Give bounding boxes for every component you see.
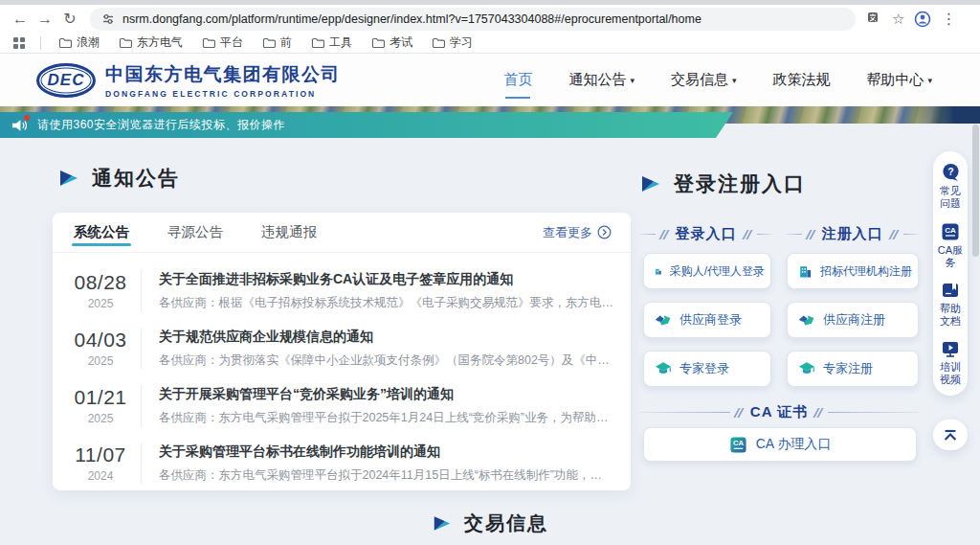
slash-decoration: [807, 230, 815, 239]
list-item[interactable]: 01/21 2025 关于开展采购管理平台“竞价采购业务”培训的通知 各供应商：…: [60, 377, 613, 435]
bookmark-folder[interactable]: 浪潮: [51, 33, 107, 53]
notice-date: 04/03 2025: [60, 329, 141, 368]
notice-title[interactable]: 关于采购管理平台标书在线制作功能培训的通知: [159, 443, 613, 461]
trade-info-section-header: 交易信息: [0, 511, 980, 536]
notice-title[interactable]: 关于规范供应商企业规模信息的通知: [159, 329, 613, 346]
address-bar[interactable]: nsrm.dongfang.com/platform/runtime/epp/d…: [90, 8, 856, 31]
notice-title[interactable]: 关于全面推进非招标采购业务CA认证及电子签章应用的通知: [159, 271, 613, 288]
dec-logo-icon: DEC: [36, 63, 96, 98]
bookmark-folder[interactable]: 考试: [364, 33, 420, 53]
scholar-cap-icon: [655, 361, 672, 376]
tab-violation-reports[interactable]: 违规通报: [259, 213, 319, 252]
notice-summary: 各供应商：东方电气采购管理平台拟于2025年1月24日上线“竞价采购”业务，为帮…: [159, 410, 613, 426]
supplier-login-button[interactable]: 供应商登录: [643, 302, 771, 338]
section-arrow-icon: [432, 514, 453, 533]
site-settings-icon[interactable]: [101, 12, 115, 26]
view-more-link[interactable]: 查看更多: [543, 224, 612, 241]
folder-icon: [432, 37, 445, 49]
divider: [40, 36, 41, 50]
section-title: 登录注册入口: [674, 170, 806, 197]
slash-decoration: [744, 230, 752, 239]
browser-notice-banner: 请使用360安全浏览器进行后续投标、报价操作: [0, 112, 733, 138]
expert-login-button[interactable]: 专家登录: [643, 351, 771, 387]
bookmark-label: 东方电气: [137, 34, 183, 51]
bookmark-label: 考试: [390, 34, 412, 51]
nav-home[interactable]: 首页: [503, 65, 532, 95]
building-icon: [798, 263, 813, 280]
login-group-header: 登录入口: [639, 225, 772, 243]
browser-toolbar: ← → ↻ nsrm.dongfang.com/platform/runtime…: [0, 5, 980, 33]
nav-policies[interactable]: 政策法规: [772, 65, 830, 95]
folder-icon: [58, 37, 72, 49]
main-nav: 首页 通知公告▾ 交易信息▾ 政策法规 帮助中心▾: [503, 54, 932, 106]
bookmark-folder[interactable]: 工具: [303, 33, 360, 53]
list-item[interactable]: 11/07 2024 关于采购管理平台标书在线制作功能培训的通知 各供应商：东方…: [60, 435, 613, 492]
tab-sourcing-notices[interactable]: 寻源公告: [166, 213, 225, 252]
slash-decoration: [660, 230, 669, 239]
slash-decoration: [735, 408, 744, 418]
ca-badge-icon: CA: [941, 222, 960, 241]
slash-decoration: [814, 408, 823, 418]
back-to-top-button[interactable]: [933, 420, 968, 450]
folder-icon: [311, 37, 324, 49]
bookmark-label: 前: [280, 34, 292, 51]
section-arrow-icon: [639, 174, 662, 193]
nav-trade-info[interactable]: 交易信息▾: [671, 65, 737, 95]
slash-decoration: [890, 230, 899, 239]
bookmark-star-icon[interactable]: ☆: [892, 11, 904, 28]
refresh-button[interactable]: ↻: [57, 10, 82, 28]
apps-grid-icon[interactable]: [13, 37, 25, 49]
notice-banner-text: 请使用360安全浏览器进行后续投标、报价操作: [37, 117, 285, 133]
help-docs-shortcut[interactable]: 帮助文档: [936, 282, 965, 328]
bookmark-folder[interactable]: 学习: [424, 33, 480, 53]
quick-sidebar: ? 常见问题 CA CA服务 帮助文档 培训视频: [933, 151, 968, 396]
section-arrow-icon: [57, 169, 80, 188]
ca-group-header: CA 证书: [639, 403, 919, 421]
alert-dot: [24, 115, 30, 121]
video-play-icon: [941, 340, 960, 358]
supplier-register-button[interactable]: 供应商注册: [787, 302, 919, 338]
expert-register-button[interactable]: 专家注册: [787, 351, 919, 387]
login-register-section: 登录注册入口 登录入口 注册入口 采购人/代理人登录: [639, 170, 919, 197]
site-header: DEC 中国东方电气集团有限公司 DONGFANG ELECTRIC CORPO…: [0, 54, 980, 106]
bookmark-folder[interactable]: 平台: [194, 33, 251, 53]
svg-text:CA: CA: [733, 439, 744, 447]
back-button[interactable]: ←: [8, 11, 33, 28]
nav-help-center[interactable]: 帮助中心▾: [866, 65, 932, 95]
bidding-agency-register-button[interactable]: 招标代理机构注册: [787, 253, 919, 289]
bookmark-folder[interactable]: 东方电气: [111, 33, 190, 53]
login-section-header: 登录注册入口: [639, 170, 919, 197]
buyer-agent-login-button[interactable]: 采购人/代理人登录: [643, 253, 771, 289]
notice-date: 08/28 2025: [60, 271, 141, 310]
company-name-cn: 中国东方电气集团有限公司: [105, 62, 341, 87]
list-item[interactable]: 04/03 2025 关于规范供应商企业规模信息的通知 各供应商：为贯彻落实《保…: [60, 320, 613, 377]
company-name-en: DONGFANG ELECTRIC CORPORATION: [105, 89, 341, 99]
ca-badge-icon: CA: [729, 436, 747, 454]
menu-dots-icon[interactable]: ⋮: [941, 10, 956, 28]
login-buttons-grid: 采购人/代理人登录 招标代理机构注册 供应商登录 供应商注册: [643, 253, 919, 387]
faq-shortcut[interactable]: ? 常见问题: [936, 163, 965, 210]
folder-icon: [262, 37, 276, 49]
list-item[interactable]: 08/28 2025 关于全面推进非招标采购业务CA认证及电子签章应用的通知 各…: [60, 262, 613, 320]
chevron-down-icon: ▾: [732, 76, 737, 85]
translate-icon[interactable]: [867, 11, 882, 27]
folder-icon: [371, 37, 385, 49]
help-document-icon: [941, 282, 960, 300]
page-scrollbar[interactable]: [972, 125, 979, 257]
bookmark-label: 平台: [220, 34, 243, 51]
bookmark-folder[interactable]: 前: [255, 33, 300, 53]
notice-date: 01/21 2025: [60, 386, 141, 425]
profile-icon[interactable]: [914, 11, 931, 28]
company-logo[interactable]: DEC 中国东方电气集团有限公司 DONGFANG ELECTRIC CORPO…: [36, 62, 341, 99]
tab-system-notices[interactable]: 系统公告: [72, 213, 131, 252]
ca-service-shortcut[interactable]: CA CA服务: [936, 222, 965, 269]
url-text[interactable]: nsrm.dongfang.com/platform/runtime/epp/d…: [122, 12, 702, 26]
nav-notices[interactable]: 通知公告▾: [568, 65, 635, 95]
training-videos-shortcut[interactable]: 培训视频: [936, 340, 965, 386]
handshake-icon: [798, 313, 815, 328]
forward-button[interactable]: →: [33, 11, 57, 28]
circle-chevron-right-icon: [597, 225, 612, 239]
notices-card: 系统公告 寻源公告 违规通报 查看更多 08/28 2025 关于全面推进非招标…: [53, 213, 631, 490]
notice-title[interactable]: 关于开展采购管理平台“竞价采购业务”培训的通知: [159, 386, 613, 403]
ca-apply-button[interactable]: CA CA 办理入口: [643, 427, 917, 462]
